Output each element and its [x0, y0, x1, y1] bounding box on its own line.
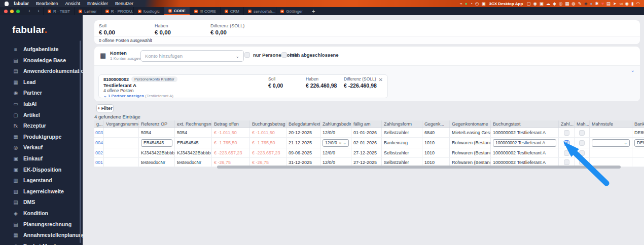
- time-machine-icon[interactable]: ◴: [475, 0, 479, 7]
- volume-icon[interactable]: ◅: [619, 0, 623, 7]
- browser-tab-core[interactable]: CORE: [164, 7, 190, 15]
- battery-icon[interactable]: ▮: [631, 0, 634, 7]
- telegram-icon[interactable]: ◉: [533, 0, 536, 7]
- abgeschlossene-checkbox[interactable]: inkl. abgeschlossene: [281, 52, 339, 58]
- mahnstufe-select[interactable]: ⌄: [592, 139, 630, 147]
- cell-mahnstufe[interactable]: [590, 128, 632, 137]
- column-header-zahl[interactable]: Zahl...: [559, 120, 575, 128]
- column-header-zahlungsbedingung[interactable]: Zahlungsbedin...: [320, 120, 351, 128]
- sidebar-item-rezeptur[interactable]: ℞Rezeptur: [0, 120, 83, 131]
- record-icon[interactable]: ◉: [625, 0, 628, 7]
- menu-fabular[interactable]: fabular: [14, 1, 29, 6]
- 3cx-app-icon-label[interactable]: 3CX Desktop App: [489, 2, 523, 6]
- location-icon[interactable]: ◆: [553, 0, 556, 7]
- sidebar-item-pocket-menu[interactable]: ▯Pocket-Menü: [0, 241, 83, 245]
- column-header-faellig_am[interactable]: fällig am: [351, 120, 382, 128]
- checkbox-icon[interactable]: [281, 52, 287, 58]
- zahlungsbedingung-select[interactable]: 12/0/0×⌄: [323, 139, 349, 147]
- sidebar-item-lagerstand[interactable]: ▥Lagerstand: [0, 175, 83, 185]
- column-header-mah[interactable]: Mah...: [575, 120, 590, 128]
- menu-benutzer[interactable]: Benutzer: [115, 1, 133, 6]
- browser-tab-crm[interactable]: CRM: [220, 7, 243, 15]
- menu-bearbeiten[interactable]: Bearbeiten: [36, 1, 58, 6]
- notification-icon[interactable]: ♥: [601, 0, 604, 7]
- table-row[interactable]: 002KJ343422BbbbbKJ343422Bbbbb€ -223.657,…: [94, 148, 644, 158]
- mah-checkbox[interactable]: [579, 140, 585, 146]
- pencil-icon[interactable]: ✎: [578, 0, 582, 7]
- column-header-betrag_offen[interactable]: Betrag offen: [212, 120, 250, 128]
- column-header-vorgangsnummer[interactable]: Vorgangsnummer: [104, 120, 139, 128]
- diamond-icon[interactable]: ◈: [584, 0, 588, 7]
- mah-checkbox[interactable]: [579, 130, 585, 136]
- sidebar-item-fabai[interactable]: ▭fabAI: [0, 99, 83, 109]
- camera-icon[interactable]: ▣: [540, 0, 544, 7]
- apple-menu-icon[interactable]: [5, 2, 9, 6]
- sidebar-item-planungsrechnung[interactable]: ▤Planungsrechnung: [0, 219, 83, 229]
- column-header-zahlungsform[interactable]: Zahlungsform: [382, 120, 422, 128]
- minimize-window-button[interactable]: [10, 10, 14, 13]
- launchpad-icon[interactable]: ▦: [565, 0, 569, 7]
- wifi-icon[interactable]: ◠: [636, 0, 640, 7]
- column-header-referenz_op[interactable]: Referenz OP: [139, 120, 175, 128]
- sidebar-item-lagerreichweite[interactable]: ▧Lagerreichweite: [0, 186, 83, 196]
- sidebar-item-ek-disposition[interactable]: ▣EK-Disposition: [0, 165, 83, 175]
- horizontal-scrollbar[interactable]: [217, 166, 621, 169]
- column-header-gegenkontoname[interactable]: Gegenkontoname: [450, 120, 491, 128]
- cursor-icon[interactable]: ➤: [613, 0, 617, 7]
- browser-tab-foodlogic[interactable]: foodlogic: [133, 7, 164, 15]
- sidebar-item-anwenderdokumentation[interactable]: ▤Anwenderdokumentation: [0, 66, 83, 76]
- cell-id[interactable]: 001: [94, 158, 104, 167]
- zahl-checkbox[interactable]: [564, 159, 569, 165]
- browser-tab-g-ttinger[interactable]: Göttinger: [276, 7, 307, 15]
- sidebar-item-knowledge-base[interactable]: ▤Knowledge Base: [0, 55, 83, 65]
- close-window-button[interactable]: [4, 10, 8, 13]
- back-button[interactable]: ‹: [25, 7, 34, 15]
- zahl-checkbox[interactable]: [564, 140, 569, 146]
- mah-checkbox[interactable]: [579, 159, 585, 165]
- cell-mah[interactable]: [575, 128, 590, 137]
- column-header-buchungstext[interactable]: Buchungstext: [491, 120, 559, 128]
- browser-tab-leimer[interactable]: Leimer: [74, 7, 100, 15]
- column-header-gegenkonto[interactable]: Gegenk...: [422, 120, 450, 128]
- cell-mah[interactable]: [575, 138, 590, 148]
- display-icon[interactable]: ▤: [606, 0, 611, 7]
- sidebar-item-lead[interactable]: ▦Lead: [0, 77, 83, 87]
- sidebar-item-dms[interactable]: ▤DMS: [0, 197, 83, 207]
- cell-id[interactable]: 004: [94, 138, 104, 148]
- sidebar-item-produktgruppe[interactable]: ▦Produktgruppe: [0, 132, 83, 142]
- cell-mah[interactable]: [575, 148, 590, 157]
- remove-account-button[interactable]: ✕: [379, 77, 383, 83]
- mah-checkbox[interactable]: [579, 150, 585, 156]
- shortcut-icon[interactable]: ⌁: [460, 0, 462, 7]
- 3cx-app-icon[interactable]: ▣: [482, 0, 486, 7]
- sidebar-item-einkauf[interactable]: ▣Einkauf: [0, 153, 83, 164]
- globe-icon[interactable]: ◍: [571, 0, 575, 7]
- cell-zahlungsbedingung[interactable]: 12/0/0: [320, 128, 351, 137]
- creative-cloud-icon[interactable]: ◎: [559, 0, 562, 7]
- zoom-window-button[interactable]: [16, 10, 20, 13]
- table-row[interactable]: 004ER454545ER454545€ -1.765,50€ -1.765,5…: [94, 138, 644, 148]
- browser-tab--core[interactable]: !!! CORE: [190, 7, 220, 15]
- referenz_op-input[interactable]: ER454545: [141, 139, 172, 147]
- browser-tab-r-test[interactable]: R - TEST: [43, 7, 74, 15]
- zahl-checkbox[interactable]: [564, 130, 569, 136]
- menu-entwickler[interactable]: Entwickler: [87, 1, 108, 6]
- new-tab-button[interactable]: +: [307, 7, 320, 15]
- column-header-buchungsbetrag[interactable]: Buchungsbetrag: [250, 120, 287, 128]
- sidebar-item-kondition[interactable]: ◈Kondition: [0, 208, 83, 218]
- moon-icon[interactable]: ●: [590, 0, 592, 7]
- menu-ansicht[interactable]: Ansicht: [65, 1, 81, 6]
- cell-zahl[interactable]: [559, 148, 575, 157]
- bankkonto-input[interactable]: DE89 3704: [634, 139, 644, 147]
- sidebar-item-annahmestellenplanung[interactable]: ▦Annahmestellenplanung: [0, 230, 83, 240]
- column-header-mahnstufe[interactable]: Mahnstufe: [590, 120, 632, 128]
- cell-mahnstufe[interactable]: [590, 148, 632, 157]
- cell-zahlungsbedingung[interactable]: 12/0/0×⌄: [320, 138, 351, 148]
- cell-id[interactable]: 002: [94, 148, 104, 157]
- cell-zahlungsbedingung[interactable]: 12/0/0: [320, 148, 351, 157]
- buchungstext-input[interactable]: 100000002 Testlieferant A: [493, 139, 556, 147]
- browser-tab-r-produ-[interactable]: R - PRODU...: [101, 7, 133, 15]
- table-row[interactable]: 00350545054€ -1.011,50€ -1.011,5020-12-2…: [94, 128, 644, 138]
- column-header-bankkonto[interactable]: Bankkonto: [632, 120, 644, 128]
- sidebar-item-verkauf[interactable]: ◎Verkauf: [0, 142, 83, 152]
